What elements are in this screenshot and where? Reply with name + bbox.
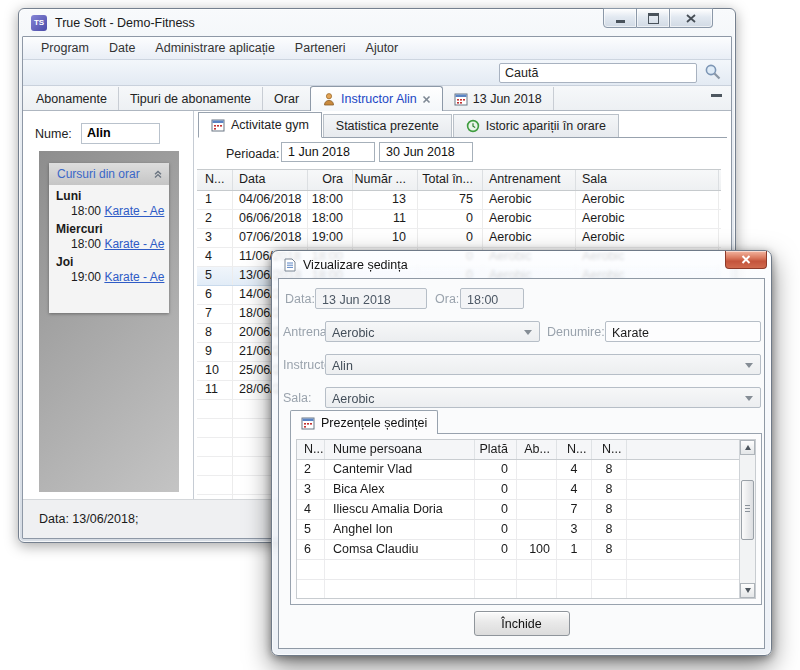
column-header[interactable]: N... xyxy=(557,440,592,459)
antrenament-select: Aerobic xyxy=(325,321,540,342)
tab-prezentele-sedintei[interactable]: Prezențele ședinței xyxy=(290,410,438,434)
tab-abonamente[interactable]: Abonamente xyxy=(25,87,119,110)
tab-orar[interactable]: Orar xyxy=(263,87,311,110)
column-header[interactable]: N... xyxy=(197,170,233,190)
tab-date-13-jun-2018[interactable]: 13 Jun 2018 xyxy=(443,87,554,110)
instructor-form-panel: Nume: Alin Cursuri din orar Luni 18:00 K… xyxy=(23,111,194,500)
cell-nr: 5 xyxy=(297,520,325,539)
chevron-up-double-icon[interactable] xyxy=(153,169,163,179)
tab-close-icon[interactable] xyxy=(422,95,431,104)
column-header[interactable]: Plată xyxy=(475,440,517,459)
minimize-view-icon[interactable] xyxy=(711,94,722,105)
cell-plata: 0 xyxy=(475,500,517,519)
course-day: Joi xyxy=(49,251,169,270)
dialog-titlebar[interactable]: Vizualizare ședința xyxy=(284,251,408,278)
tab-statistica-prezente[interactable]: Statistica prezente xyxy=(323,114,452,137)
column-header-filler xyxy=(627,440,740,459)
cell-nr: 5 xyxy=(197,267,233,285)
table-row[interactable]: 4 Iliescu Amalia Doria 0 7 8 xyxy=(297,500,740,520)
course-link[interactable]: Karate - Ae xyxy=(104,237,164,251)
vertical-scrollbar[interactable] xyxy=(739,440,755,598)
name-field[interactable]: Alin xyxy=(81,123,160,144)
menu-item-date[interactable]: Date xyxy=(99,41,145,55)
course-link[interactable]: Karate - Ae xyxy=(104,270,164,284)
tab-label: Statistica prezente xyxy=(336,119,439,133)
scroll-down-button[interactable] xyxy=(740,583,755,598)
window-titlebar[interactable]: TS True Soft - Demo-Fitness xyxy=(19,9,735,36)
cell-nr: 7 xyxy=(197,305,233,323)
status-text: Data: 13/06/2018; xyxy=(39,512,138,526)
tab-label: Istoric apariții în orare xyxy=(486,119,606,133)
dialog-close-button[interactable] xyxy=(725,251,767,269)
arrow-down-icon xyxy=(745,588,751,593)
minimize-icon xyxy=(616,20,625,23)
tab-activitate-gym[interactable]: Activitate gym xyxy=(198,112,322,138)
data-label: Data: xyxy=(285,292,315,306)
denumire-label: Denumire: xyxy=(547,325,605,339)
cell-antrenament: Aerobic xyxy=(483,229,576,247)
column-header[interactable]: Număr ... xyxy=(353,170,418,190)
scroll-up-button[interactable] xyxy=(740,440,755,455)
menu-item-administrare[interactable]: Administrare aplicație xyxy=(145,41,285,55)
column-header[interactable]: Ora xyxy=(308,170,353,190)
courses-card: Cursuri din orar Luni 18:00 Karate - Ae … xyxy=(49,163,169,313)
courses-card-header[interactable]: Cursuri din orar xyxy=(49,163,169,185)
table-row[interactable]: 2 Cantemir Vlad 0 4 8 xyxy=(297,460,740,480)
column-header[interactable]: Sala xyxy=(576,170,719,190)
maximize-button[interactable] xyxy=(637,8,670,28)
cell-antrenament: Aerobic xyxy=(483,210,576,228)
cell-total: 75 xyxy=(418,191,483,209)
table-row[interactable]: 2 06/06/2018 18:00 11 0 Aerobic Aerobic xyxy=(197,210,721,229)
cell-n1: 4 xyxy=(557,480,592,499)
menu-item-program[interactable]: Program xyxy=(31,41,99,55)
desktop: TS True Soft - Demo-Fitness Program Date… xyxy=(0,0,800,670)
tab-tipuri-de-abonamente[interactable]: Tipuri de abonamente xyxy=(119,87,263,110)
inchide-button[interactable]: Închide xyxy=(474,611,570,636)
cell-n2: 8 xyxy=(592,540,627,559)
cell-nr: 3 xyxy=(297,480,325,499)
period-to-input[interactable]: 30 Jun 2018 xyxy=(379,142,473,162)
table-row[interactable]: 5 Anghel Ion 0 3 8 xyxy=(297,520,740,540)
history-icon xyxy=(466,119,480,133)
scrollbar-thumb[interactable] xyxy=(741,480,754,540)
cell-nr: 11 xyxy=(197,381,233,399)
tab-label: Prezențele ședinței xyxy=(321,416,427,430)
cell-filler xyxy=(627,480,740,499)
dialog-client-area: Data: 13 Jun 2018 Ora: 18:00 Antrenament… xyxy=(278,278,765,649)
tab-instructor-alin[interactable]: Instructor Alin xyxy=(310,86,443,111)
menu-item-parteneri[interactable]: Parteneri xyxy=(285,41,356,55)
minimize-button[interactable] xyxy=(603,8,637,28)
cell-abonament: 100 xyxy=(517,540,557,559)
chevron-down-icon xyxy=(745,396,753,401)
column-header[interactable]: Antrenament xyxy=(483,170,576,190)
cell-numar: 11 xyxy=(353,210,418,228)
column-header[interactable]: Total în... xyxy=(418,170,483,190)
table-row[interactable]: 3 Bica Alex 0 4 8 xyxy=(297,480,740,500)
table-row[interactable]: 3 07/06/2018 19:00 10 0 Aerobic Aerobic xyxy=(197,229,721,248)
table-row[interactable]: 1 04/06/2018 18:00 13 75 Aerobic Aerobic xyxy=(197,191,721,210)
table-row[interactable]: 6 Comsa Claudiu 0 100 1 8 xyxy=(297,540,740,560)
cell-abonament xyxy=(517,480,557,499)
window-title: True Soft - Demo-Fitness xyxy=(55,16,195,30)
window-controls xyxy=(603,8,713,28)
sala-select: Aerobic xyxy=(325,387,761,408)
column-header[interactable]: Data xyxy=(233,170,308,190)
cell-nume: Bica Alex xyxy=(325,480,475,499)
cell-filler xyxy=(627,520,740,539)
cell-data: 04/06/2018 xyxy=(233,191,308,209)
column-header[interactable]: Nume persoana xyxy=(325,440,475,459)
close-button[interactable] xyxy=(670,8,713,28)
column-header[interactable]: Ab... xyxy=(517,440,557,459)
search-input[interactable] xyxy=(499,63,697,83)
sala-value: Aerobic xyxy=(332,392,374,406)
column-header[interactable]: N... xyxy=(297,440,325,459)
tab-istoric-aparitii[interactable]: Istoric apariții în orare xyxy=(453,114,619,137)
menu-item-ajutor[interactable]: Ajutor xyxy=(356,41,409,55)
cell-n1: 3 xyxy=(557,520,592,539)
column-header[interactable]: N... xyxy=(592,440,627,459)
magnifier-icon[interactable] xyxy=(704,63,722,81)
denumire-field[interactable]: Karate xyxy=(605,321,761,342)
course-entry: 18:00 Karate - Ae xyxy=(49,204,169,218)
course-link[interactable]: Karate - Ae xyxy=(104,204,164,218)
period-from-input[interactable]: 1 Jun 2018 xyxy=(281,142,375,162)
